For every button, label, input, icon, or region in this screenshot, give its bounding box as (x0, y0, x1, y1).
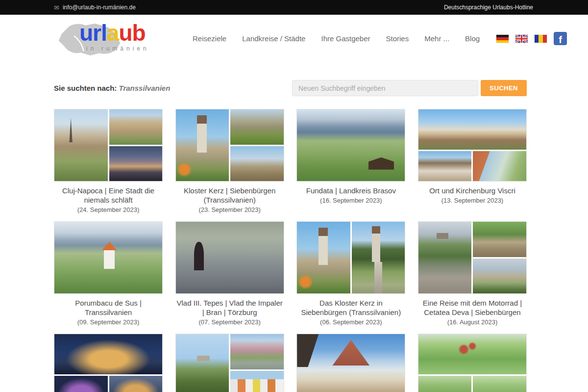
result-card: Eine Reise mit dem Motorrad | Cetatea De… (418, 221, 527, 326)
result-date: (16. August 2023) (418, 318, 527, 326)
topbar: ✉ info@urlaub-in-rumänien.de Deutschspra… (0, 0, 588, 15)
result-card: Ort und Kirchenburg Viscri (13. Septembe… (418, 109, 527, 214)
result-card: Vlad III. Tepes | Vlad the Impaler | Bra… (175, 221, 284, 326)
result-title[interactable]: Vlad III. Tepes | Vlad the Impaler | Bra… (175, 298, 284, 317)
result-title[interactable]: Das Kloster Kerz in Siebenbürgen (Transs… (296, 298, 405, 317)
main-nav: Reiseziele Landkreise / Städte Ihre Gast… (193, 34, 480, 43)
result-date: (24. September 2023) (54, 206, 163, 214)
result-card: Fundata | Landkreis Brasov (16. Septembe… (296, 109, 405, 214)
result-card (418, 334, 527, 392)
hotline-link[interactable]: Deutschsprachige Urlaubs-Hotline (444, 4, 533, 11)
result-title[interactable]: Porumbacu de Sus | Transsilvanien (54, 298, 163, 317)
site-header: urlaub in rumänien Reiseziele Landkreise… (0, 15, 588, 62)
result-card: Porumbacu de Sus | Transsilvanien (09. S… (54, 221, 163, 326)
nav-stories[interactable]: Stories (386, 34, 409, 43)
site-logo[interactable]: urlaub in rumänien (54, 20, 149, 58)
result-thumbnail[interactable] (54, 109, 163, 182)
result-date: (23. September 2023) (175, 206, 284, 214)
result-title[interactable]: Cluj-Napoca | Eine Stadt die niemals sch… (54, 186, 163, 205)
result-date: (06. September 2023) (296, 318, 405, 326)
search-input[interactable] (292, 80, 478, 96)
result-card (54, 334, 163, 392)
result-card (296, 334, 405, 392)
nav-reiseziele[interactable]: Reiseziele (193, 34, 226, 43)
envelope-icon: ✉ (54, 4, 59, 11)
search-row: Sie suchten nach: Transsilvanien SUCHEN (54, 80, 527, 96)
search-term: Transsilvanien (119, 84, 171, 92)
logo-wordmark: urlaub (79, 19, 146, 48)
results-grid: Cluj-Napoca | Eine Stadt die niemals sch… (54, 109, 527, 392)
result-date: (13. September 2023) (418, 197, 527, 205)
nav-blog[interactable]: Blog (465, 34, 480, 43)
language-switcher: f (496, 32, 567, 45)
result-card: Cluj-Napoca | Eine Stadt die niemals sch… (54, 109, 163, 214)
result-thumbnail[interactable] (296, 109, 405, 182)
result-thumbnail[interactable] (54, 221, 163, 294)
result-thumbnail[interactable] (296, 221, 405, 294)
german-flag-icon[interactable] (496, 35, 509, 43)
romanian-flag-icon[interactable] (535, 35, 547, 43)
result-date: (16. September 2023) (296, 197, 405, 205)
result-thumbnail[interactable] (175, 221, 284, 294)
result-card: Das Kloster Kerz in Siebenbürgen (Transs… (296, 221, 405, 326)
result-thumbnail[interactable] (418, 109, 527, 182)
facebook-icon[interactable]: f (554, 32, 567, 45)
result-thumbnail[interactable] (418, 334, 527, 392)
nav-landkreise-staedte[interactable]: Landkreise / Städte (242, 34, 305, 43)
search-button[interactable]: SUCHEN (481, 80, 527, 96)
result-title[interactable]: Eine Reise mit dem Motorrad | Cetatea De… (418, 298, 527, 317)
uk-flag-icon[interactable] (515, 35, 528, 43)
result-title[interactable]: Fundata | Landkreis Brasov (296, 186, 405, 195)
result-thumbnail[interactable] (175, 334, 284, 392)
result-title[interactable]: Ort und Kirchenburg Viscri (418, 186, 527, 195)
nav-ihre-gastgeber[interactable]: Ihre Gastgeber (321, 34, 370, 43)
search-summary: Sie suchten nach: Transsilvanien (54, 84, 170, 92)
search-summary-label: Sie suchten nach: (54, 84, 117, 92)
contact-email-link[interactable]: ✉ info@urlaub-in-rumänien.de (54, 4, 136, 11)
contact-email: info@urlaub-in-rumänien.de (63, 4, 136, 11)
result-card: Kloster Kerz | Siebenbürgen (Transsilvan… (175, 109, 284, 214)
nav-mehr[interactable]: Mehr ... (424, 34, 449, 43)
result-thumbnail[interactable] (54, 334, 163, 392)
logo-subtitle: in rumänien (86, 45, 149, 52)
search-box: SUCHEN (292, 80, 527, 96)
result-date: (09. September 2023) (54, 318, 163, 326)
result-thumbnail[interactable] (296, 334, 405, 392)
result-date: (07. September 2023) (175, 318, 284, 326)
result-thumbnail[interactable] (418, 221, 527, 294)
result-card (175, 334, 284, 392)
result-title[interactable]: Kloster Kerz | Siebenbürgen (Transsilvan… (175, 186, 284, 205)
result-thumbnail[interactable] (175, 109, 284, 182)
